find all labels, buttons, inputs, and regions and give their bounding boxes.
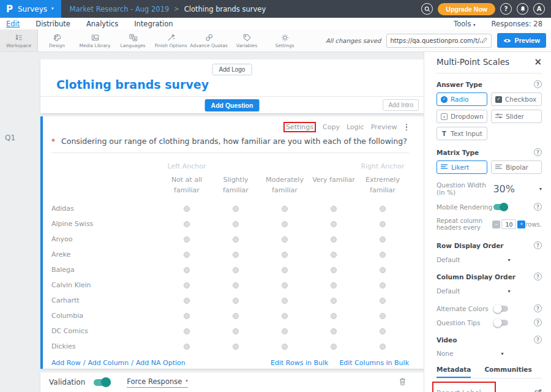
- row-label[interactable]: Anyoo: [51, 235, 162, 243]
- radio-button[interactable]: [380, 282, 386, 288]
- radio-button[interactable]: [233, 298, 239, 304]
- radio-button[interactable]: [282, 206, 288, 212]
- radio-button[interactable]: [380, 221, 386, 227]
- search-button[interactable]: [421, 3, 433, 15]
- add-intro-button[interactable]: Add Intro: [383, 99, 419, 111]
- row-label[interactable]: Adidas: [51, 205, 162, 213]
- radio-button[interactable]: [282, 298, 288, 304]
- radio-button[interactable]: [233, 252, 239, 258]
- question-logic-button[interactable]: Logic: [347, 123, 364, 131]
- radio-button[interactable]: [282, 313, 288, 319]
- radio-button[interactable]: [331, 206, 337, 212]
- matrix-type-bipolar[interactable]: Bipolar: [491, 160, 542, 174]
- delete-question-button[interactable]: [399, 377, 407, 388]
- row-label[interactable]: Balega: [51, 266, 162, 274]
- radio-button[interactable]: [380, 313, 386, 319]
- radio-button[interactable]: [380, 267, 386, 273]
- help-icon[interactable]: ?: [534, 304, 542, 312]
- radio-button[interactable]: [331, 221, 337, 227]
- row-label[interactable]: DC Comics: [51, 327, 162, 335]
- question-width-value[interactable]: 30%: [493, 183, 515, 195]
- radio-button[interactable]: [380, 298, 386, 304]
- toolbar-finish-options[interactable]: Finish Options: [152, 29, 190, 51]
- add-logo-button[interactable]: Add Logo: [212, 64, 252, 75]
- tab-analytics[interactable]: Analytics: [86, 20, 118, 28]
- responses-count[interactable]: Responses: 28: [492, 20, 542, 28]
- toolbar-settings[interactable]: Settings: [266, 29, 304, 51]
- answer-type-checkbox[interactable]: ✓ Checkbox: [491, 92, 542, 106]
- answer-type-radio[interactable]: ✓ Radio: [437, 92, 487, 106]
- row-label[interactable]: Columbia: [51, 312, 162, 320]
- radio-button[interactable]: [184, 298, 190, 304]
- radio-button[interactable]: [184, 344, 190, 350]
- column-header[interactable]: Very familiar: [309, 175, 358, 185]
- add-question-button[interactable]: Add Question: [205, 99, 260, 111]
- radio-button[interactable]: [331, 328, 337, 334]
- column-header[interactable]: Moderately familiar: [260, 175, 309, 195]
- edit-rows-bulk-link[interactable]: Edit Rows in Bulk: [271, 359, 328, 367]
- answer-type-dropdown[interactable]: ▾ Dropdown: [437, 110, 487, 123]
- upgrade-now-button[interactable]: Upgrade Now: [438, 3, 495, 15]
- radio-button[interactable]: [331, 298, 337, 304]
- avatar[interactable]: A: [533, 3, 545, 15]
- radio-button[interactable]: [380, 328, 386, 334]
- radio-button[interactable]: [233, 344, 239, 350]
- radio-button[interactable]: [282, 282, 288, 288]
- column-display-order-select[interactable]: Default ▾: [437, 287, 542, 295]
- tab-integration[interactable]: Integration: [134, 20, 173, 28]
- alternate-colors-toggle[interactable]: [493, 306, 508, 312]
- survey-title[interactable]: Clothing brands survey: [56, 78, 424, 91]
- radio-button[interactable]: [282, 236, 288, 243]
- radio-button[interactable]: [233, 328, 239, 334]
- question-copy-button[interactable]: Copy: [323, 123, 340, 131]
- radio-button[interactable]: [184, 236, 190, 243]
- help-button[interactable]: ?: [500, 3, 512, 15]
- radio-button[interactable]: [233, 267, 239, 273]
- radio-button[interactable]: [184, 206, 190, 212]
- radio-button[interactable]: [380, 236, 386, 243]
- radio-button[interactable]: [282, 344, 288, 350]
- question-settings-button[interactable]: Settings: [283, 122, 316, 132]
- radio-button[interactable]: [331, 267, 337, 273]
- increment-button[interactable]: +: [517, 221, 525, 228]
- help-icon[interactable]: ?: [534, 80, 542, 88]
- decrement-button[interactable]: −: [492, 221, 500, 228]
- validation-type-select[interactable]: Force Response ▾: [127, 377, 188, 388]
- add-row-link[interactable]: Add Row: [51, 359, 81, 367]
- radio-button[interactable]: [184, 282, 190, 288]
- radio-button[interactable]: [331, 282, 337, 288]
- radio-button[interactable]: [233, 221, 239, 227]
- report-label-input[interactable]: [437, 389, 534, 392]
- row-display-order-select[interactable]: Default ▾: [437, 256, 542, 263]
- question-more-menu[interactable]: [404, 124, 410, 131]
- chevron-down-icon[interactable]: ▾: [539, 186, 542, 192]
- radio-button[interactable]: [184, 221, 190, 227]
- help-icon[interactable]: ?: [534, 318, 542, 326]
- matrix-type-likert[interactable]: Likert: [437, 160, 487, 174]
- breadcrumb-folder[interactable]: Market Research - Aug 2019: [70, 5, 170, 13]
- tab-communities[interactable]: Communities: [484, 366, 531, 378]
- tab-metadata[interactable]: Metadata: [437, 366, 471, 378]
- add-column-link[interactable]: Add Column: [88, 359, 129, 367]
- close-icon[interactable]: ×: [534, 58, 542, 67]
- radio-button[interactable]: [184, 267, 190, 273]
- row-label[interactable]: Calvin Klein: [51, 281, 162, 289]
- column-header[interactable]: Slightly familiar: [211, 175, 260, 195]
- radio-button[interactable]: [282, 267, 288, 273]
- answer-type-text-input[interactable]: T Text Input: [437, 127, 487, 140]
- radio-button[interactable]: [233, 206, 239, 212]
- help-icon[interactable]: ?: [534, 203, 542, 211]
- radio-button[interactable]: [233, 282, 239, 288]
- radio-button[interactable]: [282, 252, 288, 258]
- toolbar-languages[interactable]: Languages: [114, 29, 152, 51]
- validation-toggle[interactable]: [94, 379, 111, 386]
- radio-button[interactable]: [380, 252, 386, 258]
- toolbar-workspace[interactable]: Workspace: [0, 29, 38, 51]
- video-select[interactable]: None ▾: [437, 350, 542, 357]
- help-icon[interactable]: ?: [534, 336, 542, 344]
- radio-button[interactable]: [331, 313, 337, 319]
- radio-button[interactable]: [282, 221, 288, 227]
- repeat-headers-value[interactable]: 10: [501, 219, 516, 229]
- column-header[interactable]: Not at all familiar: [162, 175, 211, 195]
- toolbar-advance-quotas[interactable]: Advance Quotas: [190, 29, 228, 51]
